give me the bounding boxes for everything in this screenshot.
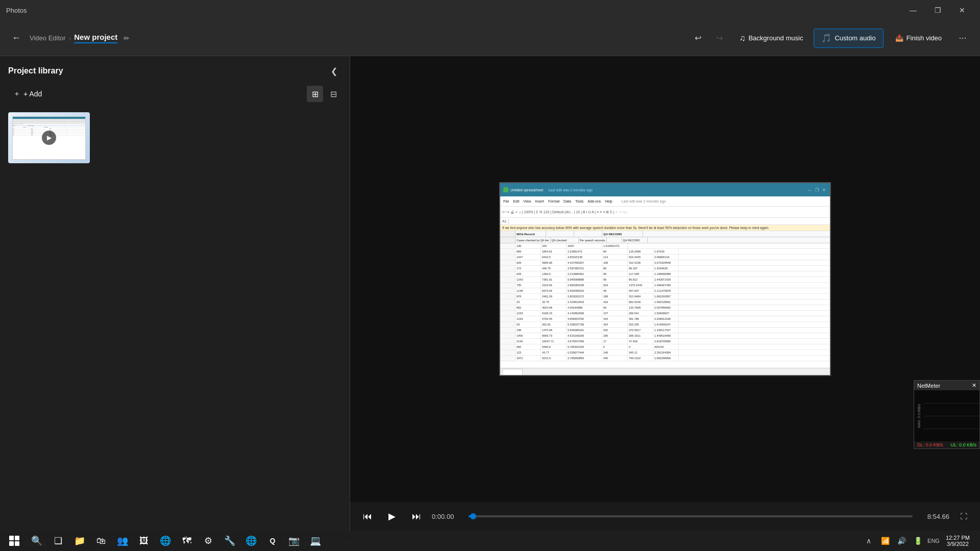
data-cell: 220 xyxy=(541,243,567,248)
taskbar-edge-button[interactable]: 🌐 xyxy=(155,532,176,550)
taskbar-maps-button[interactable]: 🗺 xyxy=(177,532,197,550)
data-cell: 1148 xyxy=(516,288,541,293)
row-number-cell xyxy=(500,299,516,305)
chrome-close-icon: ✕ xyxy=(821,187,827,193)
battery-icon[interactable]: 🔋 xyxy=(910,532,925,550)
custom-audio-icon: 🎵 xyxy=(821,33,831,43)
table-row: 12335168.154.142862936137206.5411.500299… xyxy=(500,311,830,316)
minimize-button[interactable]: — xyxy=(901,3,925,18)
video-preview: Untitled spreadsheet Last edit was 2 min… xyxy=(499,182,831,376)
taskbar-store-button[interactable]: 🛍 xyxy=(91,532,111,550)
last-edit-label: Last edit was 2 minutes ago xyxy=(548,188,593,192)
data-cell: 2.803291572 xyxy=(567,294,602,299)
chevron-up-tray-icon[interactable]: ∧ xyxy=(861,532,876,550)
data-cell: 5.949395161 xyxy=(567,328,602,333)
data-cell: 1.443071429 xyxy=(653,277,679,282)
undo-button[interactable]: ↩ xyxy=(689,29,707,47)
taskbar-qutebrowser-button[interactable]: Q xyxy=(262,532,283,550)
forward-button[interactable]: ⏭ xyxy=(407,507,426,525)
table-row: 8782461.292.803291572168312.64841.862192… xyxy=(500,294,830,299)
taskbar-camera-button[interactable]: 📷 xyxy=(284,532,304,550)
netmeter-close-icon[interactable]: ✕ xyxy=(972,382,976,389)
rewind-button[interactable]: ⏮ xyxy=(358,507,377,525)
fullscreen-button[interactable]: ⛶ xyxy=(955,508,972,524)
sub-cases: Cases checked by QA Iter xyxy=(516,237,551,243)
data-cell: 523.205 xyxy=(628,322,653,327)
sheets-icon xyxy=(503,187,508,192)
add-media-button[interactable]: ＋ + Add xyxy=(8,86,47,102)
data-cell: 361.786 xyxy=(628,316,653,321)
edge-icon: 🌐 xyxy=(160,535,171,546)
row-number-cell xyxy=(500,294,516,299)
col-header-rest xyxy=(643,231,830,237)
more-options-button[interactable]: ··· xyxy=(953,29,972,47)
finish-video-button[interactable]: 📤 Finish video xyxy=(887,29,950,48)
row-number-cell xyxy=(500,322,516,327)
progress-bar[interactable] xyxy=(469,515,913,517)
data-cell: 662.9148 xyxy=(628,299,653,305)
taskbar-settings-button[interactable]: ⚙ xyxy=(198,532,218,550)
data-cell: 412.4136 xyxy=(628,260,653,265)
browser-icon: 🌐 xyxy=(246,535,257,546)
taskbar-clock[interactable]: 12:27 PM 3/9/2022 xyxy=(942,535,974,547)
data-cell: 90 xyxy=(602,271,628,277)
data-cell: 2.111475978 xyxy=(653,288,679,293)
close-button[interactable]: ✕ xyxy=(950,3,974,18)
data-cell: 80.812 xyxy=(628,277,653,282)
taskbar: 🔍 ❑ 📁 🛍 👥 🖼 🌐 🗺 ⚙ 🔧 🌐 xyxy=(0,531,980,551)
current-time-display: 0:00.00 xyxy=(432,513,462,520)
background-music-button[interactable]: ♫ Background music xyxy=(731,29,811,48)
table-row: 2332.751.423913043419662.91481.582135561 xyxy=(500,299,830,305)
network-icon[interactable]: 📶 xyxy=(877,532,893,550)
taskbar-browser-button[interactable]: 🌐 xyxy=(241,532,261,550)
data-cell: 4.858453782 xyxy=(567,316,602,321)
maximize-button[interactable]: ❐ xyxy=(926,3,949,18)
taskbar-taskview-button[interactable]: ❑ xyxy=(48,532,68,550)
taskbar-teams-button[interactable]: 👥 xyxy=(112,532,133,550)
sheet1-tab[interactable]: Sheet1 xyxy=(502,369,523,375)
file-explorer-icon: 📁 xyxy=(74,535,85,546)
data-cell: 137 xyxy=(602,311,628,316)
data-cell: 419 xyxy=(602,299,628,305)
table-row: 12437391.615.9455888985680.8121.44307142… xyxy=(500,277,830,283)
title-bar: Photos — ❐ ✕ xyxy=(0,0,980,20)
qutebrowser-icon: Q xyxy=(267,535,278,546)
play-pause-button[interactable]: ▶ xyxy=(383,507,401,525)
redo-button[interactable]: ↪ xyxy=(710,29,728,47)
taskbar-photos-button[interactable]: 🖼 xyxy=(134,532,154,550)
win-icon-q2 xyxy=(15,536,19,540)
data-cell: 0 xyxy=(602,344,628,349)
progress-bar-fill xyxy=(469,515,473,517)
edit-project-name-icon[interactable]: ✏ xyxy=(124,34,130,42)
list-view-button[interactable]: ⊟ xyxy=(325,86,341,102)
menu-insert: Insert xyxy=(535,199,544,203)
taskbar-explorer-button[interactable]: 📁 xyxy=(69,532,90,550)
task-view-icon: ❑ xyxy=(53,535,64,546)
taskbar-start-button[interactable] xyxy=(4,532,24,550)
data-cell: 199 xyxy=(602,260,628,265)
row-number-cell xyxy=(500,243,516,248)
custom-audio-button[interactable]: 🎵 Custom audio xyxy=(814,29,883,48)
collapse-panel-button[interactable]: ❮ xyxy=(326,63,341,79)
data-cell: 2.862095238 xyxy=(567,283,602,288)
taskbar-dev-button[interactable]: 🔧 xyxy=(219,532,240,550)
media-item[interactable]: MOdQA RECORD Caseschecked 1362201642 809… xyxy=(8,112,90,163)
grid-view-button[interactable]: ⊞ xyxy=(307,86,323,102)
photos-icon: 🖼 xyxy=(138,535,150,546)
dev-icon: 🔧 xyxy=(224,535,235,546)
row-number-cell xyxy=(500,283,516,288)
row-number-cell xyxy=(500,344,516,349)
col-header-qa: QA RECORD xyxy=(602,231,643,237)
data-cell: 1233 xyxy=(516,311,541,316)
data-cell: 1.449519459 xyxy=(653,333,679,338)
clock-date: 3/9/2022 xyxy=(946,541,970,547)
taskbar-search-button[interactable]: 🔍 xyxy=(27,532,47,550)
formula-separator xyxy=(508,219,509,224)
system-tray-icons: ∧ 📶 🔊 🔋 xyxy=(861,532,925,550)
playback-controls: ⏮ ▶ ⏭ 0:00.00 8:54.66 ⛶ xyxy=(350,502,980,531)
table-row: 8091804.812.2306147180118.20981.97016 xyxy=(500,249,830,255)
sub-gap xyxy=(607,237,622,243)
volume-icon[interactable]: 🔊 xyxy=(894,532,909,550)
taskbar-codeeditor-button[interactable]: 💻 xyxy=(305,532,326,550)
back-button[interactable]: ← xyxy=(8,30,24,46)
